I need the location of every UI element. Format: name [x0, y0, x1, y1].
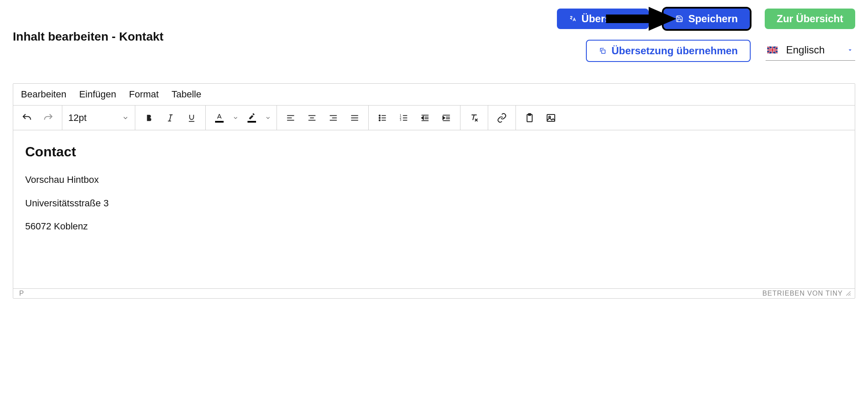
indent-button[interactable] [437, 109, 456, 127]
redo-button[interactable] [39, 109, 58, 127]
apply-translation-button[interactable]: Übersetzung übernehmen [586, 40, 751, 62]
content-line: Vorschau Hintbox [25, 173, 843, 187]
text-color-caret[interactable] [231, 115, 240, 121]
editor-toolbar: 12pt [13, 106, 855, 130]
chevron-down-icon [122, 114, 129, 121]
svg-rect-7 [767, 50, 778, 50]
align-justify-button[interactable] [345, 109, 364, 127]
save-icon [676, 15, 683, 23]
content-heading: Contact [25, 142, 843, 161]
editor-statusbar: P BETRIEBEN VON TINY [13, 288, 855, 298]
menu-format[interactable]: Format [129, 89, 159, 100]
caret-down-icon [847, 47, 853, 53]
numbered-list-button[interactable]: 123 [394, 109, 413, 127]
content-line: Universitätsstraße 3 [25, 197, 843, 210]
svg-text:3: 3 [400, 118, 402, 121]
align-right-button[interactable] [324, 109, 343, 127]
menu-table[interactable]: Tabelle [172, 89, 201, 100]
highlight-button[interactable] [242, 109, 261, 127]
menu-edit[interactable]: Bearbeiten [21, 89, 66, 100]
clear-formatting-button[interactable] [465, 109, 484, 127]
language-label: Englisch [786, 44, 838, 56]
highlight-caret[interactable] [264, 115, 272, 121]
save-button[interactable]: Speichern [664, 9, 750, 29]
overview-button-label: Zur Übersicht [777, 13, 843, 25]
link-button[interactable] [492, 109, 511, 127]
svg-rect-2 [602, 50, 605, 53]
align-left-button[interactable] [281, 109, 300, 127]
save-button-label: Speichern [688, 13, 738, 25]
svg-line-54 [850, 295, 851, 296]
translate-icon [569, 15, 577, 23]
resize-handle-icon[interactable] [845, 291, 851, 296]
svg-line-52 [846, 291, 851, 296]
overview-button[interactable]: Zur Übersicht [765, 9, 855, 29]
editor-content[interactable]: Contact Vorschau Hintbox Universitätsstr… [13, 130, 855, 288]
image-button[interactable] [542, 109, 560, 127]
svg-point-24 [379, 115, 380, 116]
page-title: Inhalt bearbeiten - Kontakt [13, 30, 163, 44]
language-selector[interactable]: Englisch [766, 41, 855, 61]
underline-button[interactable] [182, 109, 201, 127]
editor-menubar: Bearbeiten Einfügen Format Tabelle [13, 84, 855, 106]
svg-rect-50 [547, 114, 555, 121]
menu-insert[interactable]: Einfügen [79, 89, 116, 100]
text-color-button[interactable] [210, 109, 229, 127]
svg-point-25 [379, 117, 380, 118]
rich-text-editor: Bearbeiten Einfügen Format Tabelle 12pt [13, 83, 855, 299]
svg-point-26 [379, 120, 380, 121]
align-center-button[interactable] [303, 109, 321, 127]
paste-button[interactable] [520, 109, 539, 127]
copy-icon [599, 47, 606, 55]
translate-button[interactable]: Übersetzen [557, 9, 649, 29]
outdent-button[interactable] [416, 109, 434, 127]
translate-button-label: Übersetzen [582, 13, 637, 25]
font-size-select[interactable]: 12pt [62, 106, 135, 130]
flag-uk-icon [767, 47, 778, 53]
italic-button[interactable] [161, 109, 180, 127]
svg-line-10 [169, 114, 171, 121]
apply-translation-label: Übersetzung übernehmen [612, 45, 738, 57]
font-size-value: 12pt [68, 112, 87, 123]
powered-by-label: BETRIEBEN VON TINY [763, 290, 843, 297]
bullet-list-button[interactable] [373, 109, 392, 127]
undo-button[interactable] [17, 109, 36, 127]
svg-marker-40 [422, 116, 424, 119]
svg-marker-45 [443, 116, 445, 119]
content-line: 56072 Koblenz [25, 220, 843, 233]
bold-button[interactable] [140, 109, 158, 127]
element-path[interactable]: P [19, 290, 24, 297]
